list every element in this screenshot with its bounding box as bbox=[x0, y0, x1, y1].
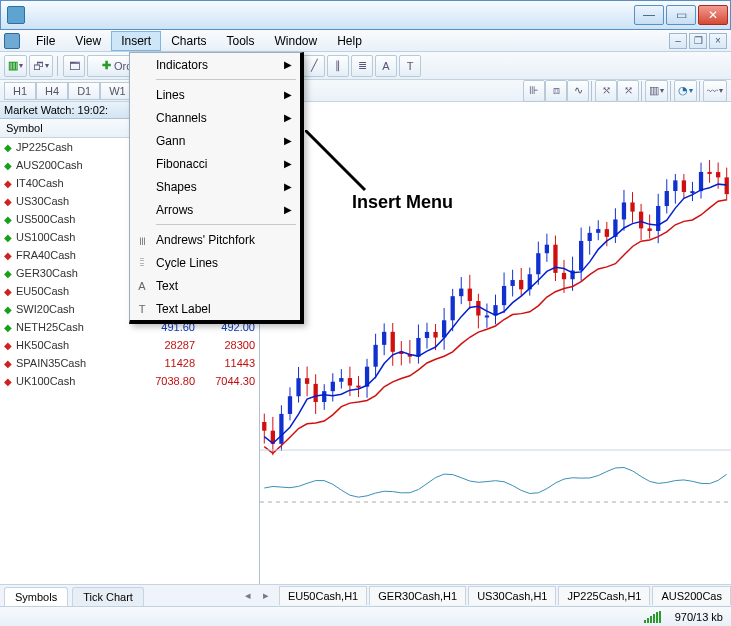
child-close-button[interactable]: × bbox=[709, 33, 727, 49]
arrow-down-icon: ◆ bbox=[4, 358, 14, 369]
insert-menu-item-channels[interactable]: Channels▶ bbox=[130, 106, 300, 129]
insert-menu-item-cycle-lines[interactable]: ⦙⦙Cycle Lines bbox=[130, 251, 300, 274]
menubar: File View Insert Charts Tools Window Hel… bbox=[0, 30, 731, 52]
svg-rect-31 bbox=[391, 332, 395, 352]
svg-rect-89 bbox=[639, 212, 643, 229]
line-chart-button[interactable]: ∿ bbox=[567, 80, 589, 102]
symbol-name: EU50Cash bbox=[14, 285, 135, 297]
svg-rect-37 bbox=[416, 338, 420, 357]
menu-item-label: Lines bbox=[156, 88, 185, 102]
arrow-up-icon: ◆ bbox=[4, 304, 14, 315]
symbol-name: US30Cash bbox=[14, 195, 135, 207]
svg-rect-95 bbox=[665, 191, 669, 206]
child-restore-button[interactable]: ❐ bbox=[689, 33, 707, 49]
zoom-in-button[interactable]: ⤲ bbox=[595, 80, 617, 102]
text-tool[interactable]: A bbox=[375, 55, 397, 77]
symbol-name: SPAIN35Cash bbox=[14, 357, 135, 369]
candle-chart-button[interactable]: ⧈ bbox=[545, 80, 567, 102]
svg-rect-103 bbox=[699, 172, 703, 191]
timeframe-row: H1 H4 D1 W1 ⊪ ⧈ ∿ ⤲ ⤱ ▥▾ ◔▾ 〰▾ bbox=[0, 80, 731, 102]
app-icon-small bbox=[4, 33, 20, 49]
indicators-button[interactable]: 〰▾ bbox=[703, 80, 727, 102]
menu-file[interactable]: File bbox=[26, 31, 65, 51]
templates-button[interactable]: ▥▾ bbox=[645, 80, 668, 102]
insert-menu-item-text[interactable]: AText bbox=[130, 274, 300, 297]
submenu-arrow-icon: ▶ bbox=[284, 59, 292, 70]
fibo-tool[interactable]: ≣ bbox=[351, 55, 373, 77]
arrow-down-icon: ◆ bbox=[4, 196, 14, 207]
insert-menu-item-indicators[interactable]: Indicators▶ bbox=[130, 53, 300, 76]
status-kb: 970/13 kb bbox=[675, 611, 723, 623]
insert-menu-item-arrows[interactable]: Arrows▶ bbox=[130, 198, 300, 221]
arrow-down-icon: ◆ bbox=[4, 340, 14, 351]
svg-rect-93 bbox=[656, 206, 660, 231]
chart-tab-scroll-right[interactable]: ▸ bbox=[257, 589, 275, 602]
insert-menu-item-fibonacci[interactable]: Fibonacci▶ bbox=[130, 152, 300, 175]
insert-menu-item-gann[interactable]: Gann▶ bbox=[130, 129, 300, 152]
menu-item-label: Text Label bbox=[156, 302, 211, 316]
chart-tab-2[interactable]: US30Cash,H1 bbox=[468, 586, 556, 605]
symbol-name: GER30Cash bbox=[14, 267, 135, 279]
tf-h4[interactable]: H4 bbox=[36, 82, 68, 100]
chart-tab-1[interactable]: GER30Cash,H1 bbox=[369, 586, 466, 605]
mw-col-symbol[interactable]: Symbol bbox=[0, 119, 139, 137]
mw-tab-symbols[interactable]: Symbols bbox=[4, 587, 68, 606]
maximize-button[interactable]: ▭ bbox=[666, 5, 696, 25]
profiles-button[interactable]: 🗗▾ bbox=[29, 55, 53, 77]
toolbar-row-1: ▥▾ 🗗▾ 🗔 ✚ Order ◆ ↖ ✚ │ — ╱ ∥ ≣ A T bbox=[0, 52, 731, 80]
tf-h1[interactable]: H1 bbox=[4, 82, 36, 100]
period-button[interactable]: ◔▾ bbox=[674, 80, 697, 102]
menu-item-label: Indicators bbox=[156, 58, 208, 72]
menu-insert[interactable]: Insert bbox=[111, 31, 161, 51]
menu-item-label: Channels bbox=[156, 111, 207, 125]
menu-view[interactable]: View bbox=[65, 31, 111, 51]
window-titlebar: — ▭ ✕ bbox=[0, 0, 731, 30]
chart-area[interactable] bbox=[260, 102, 731, 584]
menu-separator bbox=[156, 79, 296, 80]
symbol-name: NETH25Cash bbox=[14, 321, 135, 333]
chart-tab-3[interactable]: JP225Cash,H1 bbox=[558, 586, 650, 605]
svg-rect-7 bbox=[288, 396, 292, 414]
insert-menu-item-andrews-pitchfork[interactable]: ⫼Andrews' Pitchfork bbox=[130, 228, 300, 251]
chart-tab-scroll-left[interactable]: ◂ bbox=[239, 589, 257, 602]
svg-rect-5 bbox=[279, 414, 283, 444]
svg-rect-99 bbox=[682, 180, 686, 192]
symbol-name: FRA40Cash bbox=[14, 249, 135, 261]
minimize-button[interactable]: — bbox=[634, 5, 664, 25]
market-watch-row[interactable]: ◆HK50Cash2828728300 bbox=[0, 336, 259, 354]
insert-menu-item-lines[interactable]: Lines▶ bbox=[130, 83, 300, 106]
chart-tabs: ◂ ▸ EU50Cash,H1 GER30Cash,H1 US30Cash,H1… bbox=[239, 584, 731, 606]
annotation-label: Insert Menu bbox=[352, 192, 453, 213]
new-chart-button[interactable]: ▥▾ bbox=[4, 55, 27, 77]
symbol-name: US500Cash bbox=[14, 213, 135, 225]
tf-d1[interactable]: D1 bbox=[68, 82, 100, 100]
chart-tab-0[interactable]: EU50Cash,H1 bbox=[279, 586, 367, 605]
insert-menu-item-text-label[interactable]: TText Label bbox=[130, 297, 300, 320]
arrow-up-icon: ◆ bbox=[4, 322, 14, 333]
text-label-tool[interactable]: T bbox=[399, 55, 421, 77]
arrow-up-icon: ◆ bbox=[4, 268, 14, 279]
trendline-tool[interactable]: ╱ bbox=[303, 55, 325, 77]
channel-tool[interactable]: ∥ bbox=[327, 55, 349, 77]
svg-rect-21 bbox=[348, 378, 352, 386]
submenu-arrow-icon: ▶ bbox=[284, 89, 292, 100]
svg-rect-79 bbox=[596, 229, 600, 233]
menu-charts[interactable]: Charts bbox=[161, 31, 216, 51]
menu-help[interactable]: Help bbox=[327, 31, 372, 51]
zoom-out-button[interactable]: ⤱ bbox=[617, 80, 639, 102]
svg-rect-105 bbox=[707, 172, 711, 174]
bar-chart-button[interactable]: ⊪ bbox=[523, 80, 545, 102]
menu-item-label: Fibonacci bbox=[156, 157, 207, 171]
mw-tab-tickchart[interactable]: Tick Chart bbox=[72, 587, 144, 606]
close-button[interactable]: ✕ bbox=[698, 5, 728, 25]
menu-tools[interactable]: Tools bbox=[217, 31, 265, 51]
insert-menu-item-shapes[interactable]: Shapes▶ bbox=[130, 175, 300, 198]
market-watch-row[interactable]: ◆UK100Cash7038.807044.30 bbox=[0, 372, 259, 390]
menu-window[interactable]: Window bbox=[265, 31, 328, 51]
child-minimize-button[interactable]: – bbox=[669, 33, 687, 49]
market-watch-row[interactable]: ◆SPAIN35Cash1142811443 bbox=[0, 354, 259, 372]
chart-tab-4[interactable]: AUS200Cas bbox=[652, 586, 731, 605]
menu-item-icon: ⫼ bbox=[135, 234, 149, 246]
marketwatch-toggle-button[interactable]: 🗔 bbox=[63, 55, 85, 77]
symbol-name: AUS200Cash bbox=[14, 159, 135, 171]
